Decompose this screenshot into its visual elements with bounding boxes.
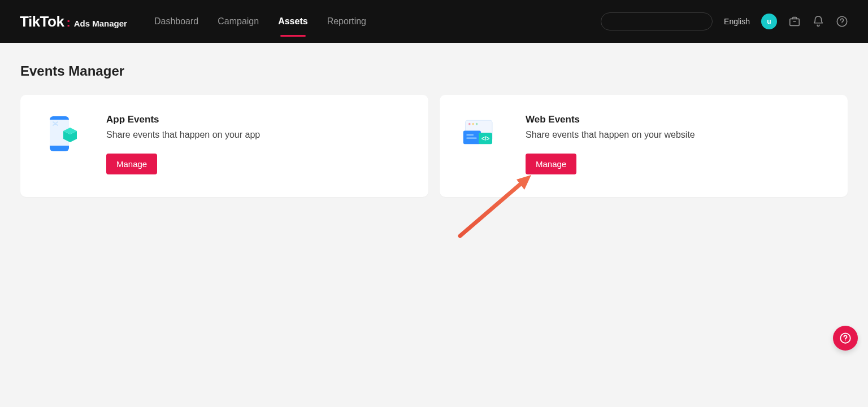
floating-help-button[interactable] bbox=[833, 326, 858, 351]
svg-point-8 bbox=[468, 123, 471, 125]
account-selector[interactable] bbox=[601, 12, 713, 30]
card-description: Share events that happen on your app bbox=[106, 130, 260, 140]
svg-rect-0 bbox=[790, 19, 800, 25]
svg-point-9 bbox=[472, 123, 474, 125]
brand: TikTok : Ads Manager bbox=[20, 13, 127, 30]
manage-app-events-button[interactable]: Manage bbox=[106, 154, 157, 174]
brand-colon: : bbox=[66, 15, 70, 30]
card-description: Share events that happen on your website bbox=[526, 130, 695, 140]
svg-point-10 bbox=[476, 123, 478, 125]
brand-logo: TikTok bbox=[20, 13, 64, 30]
main-nav: Dashboard Campaign Assets Reporting bbox=[154, 12, 366, 31]
user-avatar[interactable]: u bbox=[761, 14, 777, 29]
help-icon[interactable] bbox=[836, 15, 848, 28]
svg-rect-13 bbox=[466, 137, 476, 138]
bell-icon[interactable] bbox=[812, 15, 824, 28]
page-title: Events Manager bbox=[20, 63, 848, 79]
nav-reporting[interactable]: Reporting bbox=[327, 12, 366, 31]
nav-assets[interactable]: Assets bbox=[278, 12, 307, 31]
card-app-events: App Events Share events that happen on y… bbox=[20, 95, 428, 197]
svg-rect-11 bbox=[463, 131, 481, 145]
page-content: Events Manager App Events Share events t… bbox=[0, 43, 868, 197]
svg-rect-12 bbox=[466, 134, 474, 135]
avatar-initial: u bbox=[767, 17, 771, 25]
language-selector[interactable]: English bbox=[724, 17, 750, 26]
header-right-cluster: English u bbox=[601, 12, 848, 30]
brand-subtitle: Ads Manager bbox=[74, 19, 127, 28]
svg-point-19 bbox=[845, 340, 845, 341]
svg-text:</>: </> bbox=[481, 135, 490, 142]
event-cards-row: App Events Share events that happen on y… bbox=[20, 95, 848, 197]
app-events-icon bbox=[43, 114, 79, 154]
briefcase-icon[interactable] bbox=[788, 15, 801, 28]
card-web-events: </> Web Events Share events that happen … bbox=[440, 95, 848, 197]
card-title: App Events bbox=[106, 114, 260, 125]
top-header: TikTok : Ads Manager Dashboard Campaign … bbox=[0, 0, 868, 43]
nav-campaign[interactable]: Campaign bbox=[218, 12, 259, 31]
manage-web-events-button[interactable]: Manage bbox=[526, 154, 576, 174]
svg-point-2 bbox=[841, 24, 842, 24]
card-title: Web Events bbox=[526, 114, 695, 125]
web-events-icon: </> bbox=[462, 114, 498, 154]
nav-dashboard[interactable]: Dashboard bbox=[154, 12, 198, 31]
